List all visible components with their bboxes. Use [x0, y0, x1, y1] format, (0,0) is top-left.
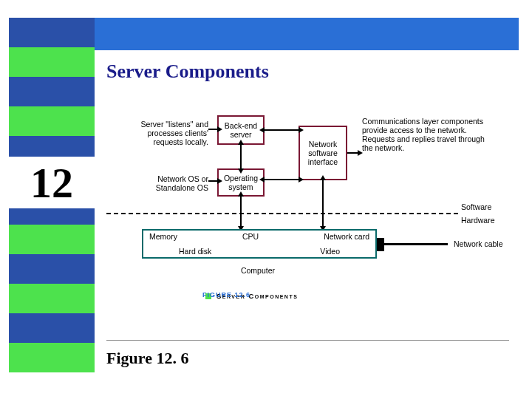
page-title: Server Components: [106, 61, 269, 83]
hw-cpu: CPU: [242, 232, 259, 241]
annotation-comms: Communications layer components provide …: [362, 117, 485, 152]
caption-bottom: Figure 12. 6: [106, 349, 188, 368]
label-hardware: Hardware: [461, 216, 495, 225]
hw-video: Video: [320, 247, 340, 256]
arrow-netos-os: [208, 180, 217, 182]
box-nsi: Network software interface: [299, 126, 347, 180]
figure-label: FIGURE 12.6 Server Components: [202, 291, 298, 300]
chapter-number: 12: [0, 157, 103, 208]
arrow-nsi-hw: [322, 180, 324, 226]
arrow-os-nsi: [265, 179, 299, 180]
dashed-divider: [106, 213, 458, 214]
arrow-os-hw: [240, 197, 242, 226]
hw-hdd: Hard disk: [179, 247, 211, 256]
arrow-listen-backend: [208, 129, 217, 130]
label-computer: Computer: [225, 266, 291, 275]
cable-line: [384, 243, 448, 245]
annotation-netos: Network OS or Standalone OS: [137, 174, 208, 192]
label-software: Software: [461, 202, 491, 211]
hw-memory: Memory: [149, 232, 177, 241]
hw-netcard: Network card: [324, 232, 369, 241]
diagram-area: Server "listens" and processes clients' …: [106, 111, 520, 332]
box-hardware: Memory CPU Network card Hard disk Video: [142, 229, 377, 259]
label-cable: Network cable: [454, 239, 503, 248]
cable-plug-icon: [377, 238, 384, 251]
bottom-divider: [106, 340, 509, 341]
annotation-listen: Server "listens" and processes clients' …: [129, 120, 208, 146]
arrow-nsi-comms: [347, 152, 358, 154]
arrow-backend-os: [240, 145, 242, 168]
arrow-backend-nsi: [265, 129, 299, 131]
figure-number: FIGURE 12.6: [202, 291, 250, 299]
